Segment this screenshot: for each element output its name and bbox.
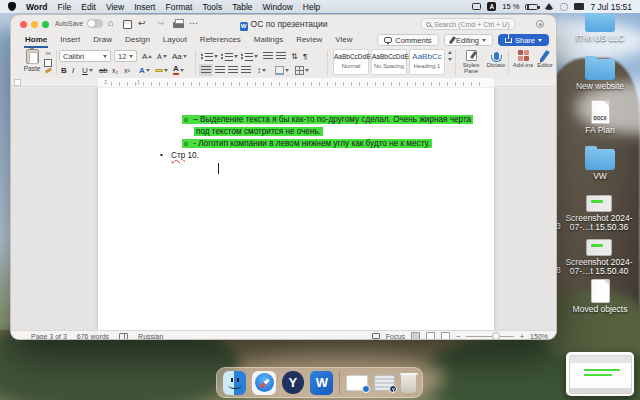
tab-view[interactable]: View xyxy=(334,33,353,48)
decrease-indent-button[interactable] xyxy=(263,50,273,62)
comments-button[interactable]: Comments xyxy=(377,34,438,46)
menu-word[interactable]: Word xyxy=(26,2,48,12)
tab-references[interactable]: References xyxy=(199,33,242,48)
keyboard-icon[interactable] xyxy=(574,3,584,10)
bold-button[interactable]: B xyxy=(61,64,67,76)
page-count[interactable]: Page 3 of 3 xyxy=(31,333,67,340)
increase-indent-button[interactable] xyxy=(276,50,286,62)
menu-tools[interactable]: Tools xyxy=(202,2,222,12)
editor-button[interactable]: Editor xyxy=(532,49,557,68)
input-source-icon[interactable]: A xyxy=(487,2,496,11)
zoom-level[interactable]: 150% xyxy=(530,333,548,340)
tab-layout[interactable]: Layout xyxy=(162,33,188,48)
styles-scroll-up-icon[interactable] xyxy=(448,51,452,54)
tab-home[interactable]: Home xyxy=(24,33,48,48)
doc-paragraph-highlighted[interactable]: под текстом смотрится не очень. xyxy=(194,126,323,137)
zoom-in-button[interactable]: + xyxy=(520,333,524,340)
dock-trash-icon[interactable] xyxy=(401,373,416,393)
dock-safari-icon[interactable] xyxy=(252,371,275,395)
screenshot-preview-thumbnail[interactable] xyxy=(566,352,634,396)
screen-mirroring-icon[interactable] xyxy=(472,3,481,10)
font-name-select[interactable]: Calibri xyxy=(59,50,111,62)
share-button[interactable]: Share xyxy=(498,34,549,46)
menu-view[interactable]: View xyxy=(106,2,124,12)
menu-table[interactable]: Table xyxy=(232,2,252,12)
dock-word-icon[interactable]: W xyxy=(310,371,333,395)
align-right-button[interactable] xyxy=(228,64,238,76)
focus-toggle[interactable]: Focus xyxy=(386,333,405,340)
desktop-icon-screenshot[interactable]: Screenshot 2024-07-…t 15.50.36 xyxy=(560,195,638,232)
desktop-icon-folder[interactable]: VW xyxy=(558,149,640,181)
dock-yandex-icon[interactable]: Y xyxy=(282,371,304,394)
tab-mailings[interactable]: Mailings xyxy=(253,33,284,48)
tab-selector[interactable] xyxy=(14,79,21,86)
shrink-font-button[interactable]: A xyxy=(157,50,167,62)
print-layout-view-button[interactable] xyxy=(411,332,420,340)
tab-design[interactable]: Design xyxy=(124,33,151,48)
apple-logo-icon[interactable] xyxy=(8,2,16,11)
menu-edit[interactable]: Edit xyxy=(81,2,96,12)
text-effects-button[interactable]: A xyxy=(139,64,150,76)
wifi-icon[interactable] xyxy=(544,3,554,10)
paste-button[interactable]: Paste xyxy=(19,49,45,72)
menu-file[interactable]: File xyxy=(58,2,72,12)
grow-font-button[interactable]: A xyxy=(142,50,152,62)
spotlight-icon[interactable] xyxy=(560,3,568,11)
font-color-button[interactable]: A xyxy=(173,64,184,76)
editing-mode-button[interactable]: Editing xyxy=(444,34,493,46)
dictate-button[interactable]: Dictate xyxy=(483,49,509,68)
doc-paragraph-highlighted[interactable]: o- Логотип компании в левом нижнем углу … xyxy=(182,138,432,150)
battery-icon[interactable] xyxy=(525,4,538,10)
shading-button[interactable] xyxy=(275,64,289,76)
superscript-button[interactable]: x² xyxy=(124,64,130,76)
format-painter-button[interactable] xyxy=(45,67,53,73)
doc-paragraph-highlighted[interactable]: o– Выделение текста я бы как-то по-друго… xyxy=(182,114,473,126)
desktop-icon-folder[interactable]: IT-in US LLC xyxy=(558,14,640,43)
desktop-icon-file[interactable]: Moved objects xyxy=(558,279,640,314)
style-heading-1[interactable]: AaBbCc Heading 1 xyxy=(409,49,445,75)
desktop-icon-folder[interactable]: New website xyxy=(558,59,640,91)
desktop-icon-document[interactable]: DOCX FA Plan xyxy=(558,100,640,135)
proofing-icon[interactable] xyxy=(119,333,128,340)
tab-draw[interactable]: Draw xyxy=(92,33,113,48)
subscript-button[interactable]: x₂ xyxy=(112,64,118,76)
style-normal[interactable]: AaBbCcDdEe Normal xyxy=(333,49,369,75)
highlight-color-button[interactable] xyxy=(155,64,168,76)
style-no-spacing[interactable]: AaBbCcDdEe No Spacing xyxy=(371,49,407,75)
tab-review[interactable]: Review xyxy=(295,33,323,48)
menubar-clock[interactable]: 7 Jul 15:51 xyxy=(590,2,632,12)
multilevel-list-button[interactable] xyxy=(241,50,258,62)
line-spacing-button[interactable]: ↕ xyxy=(257,64,266,76)
dock-minimized-window[interactable]: Y xyxy=(374,375,395,391)
align-center-button[interactable] xyxy=(215,64,225,76)
cut-button[interactable]: ✂ xyxy=(46,50,52,58)
language-indicator[interactable]: Russian xyxy=(138,333,163,340)
menu-insert[interactable]: Insert xyxy=(134,2,155,12)
desktop-icon-screenshot[interactable]: Screenshot 2024-07-…t 15.50.40 xyxy=(560,239,638,276)
doc-paragraph[interactable]: Стр 10. xyxy=(171,150,199,161)
document-page[interactable]: o– Выделение текста я бы как-то по-друго… xyxy=(98,88,494,330)
numbered-list-button[interactable] xyxy=(221,50,238,62)
styles-scroll-down-icon[interactable] xyxy=(448,58,452,61)
menu-window[interactable]: Window xyxy=(263,2,293,12)
zoom-slider[interactable] xyxy=(466,336,514,337)
strikethrough-button[interactable]: ab xyxy=(99,64,107,76)
titlebar[interactable]: AutoSave ⌂ ↩ ↪ ⋯ WОС по презентации Sear… xyxy=(11,15,556,33)
account-icon[interactable] xyxy=(536,20,544,28)
copy-button[interactable] xyxy=(45,60,52,67)
sort-button[interactable]: ⇅ xyxy=(291,50,298,62)
font-size-select[interactable]: 12 xyxy=(114,50,137,62)
show-marks-button[interactable]: ¶ xyxy=(303,50,307,62)
web-layout-view-button[interactable] xyxy=(426,332,435,340)
styles-pane-button[interactable]: Styles Pane xyxy=(458,49,484,74)
justify-button[interactable] xyxy=(241,64,251,76)
menu-help[interactable]: Help xyxy=(303,2,320,12)
borders-button[interactable] xyxy=(295,64,309,76)
horizontal-ruler[interactable]: 2 1 xyxy=(11,78,556,87)
tab-insert[interactable]: Insert xyxy=(59,33,81,48)
underline-button[interactable]: U xyxy=(82,64,93,76)
change-case-button[interactable]: Aa xyxy=(172,50,187,62)
dock-minimized-window[interactable] xyxy=(346,375,367,391)
search-input[interactable]: Search (Cmd + Ctrl + U) xyxy=(420,18,516,30)
align-left-button[interactable] xyxy=(201,64,211,76)
